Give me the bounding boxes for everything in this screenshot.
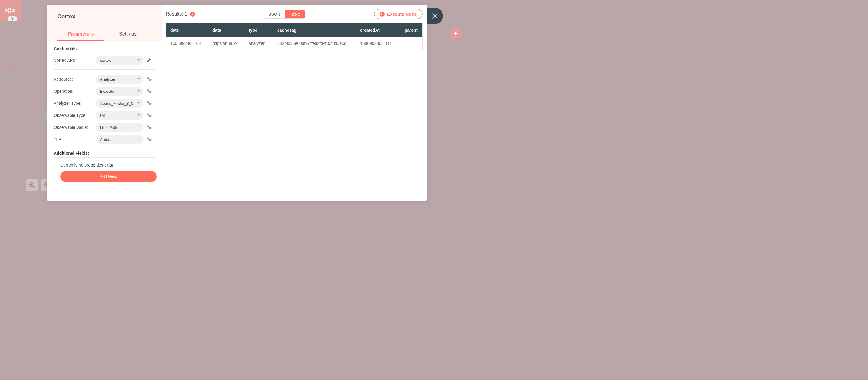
additional-fields-heading: Additional Fields: bbox=[54, 151, 155, 158]
sidebar-item-credentials[interactable] bbox=[0, 39, 21, 57]
cell-createdat: 1606992868108 bbox=[356, 37, 398, 50]
col-date: date bbox=[166, 24, 208, 37]
table-row: 1606992868108 https://n8n.io analyzer 58… bbox=[166, 37, 422, 50]
cell-type: analyzer bbox=[244, 37, 273, 50]
observable-type-select[interactable]: Url bbox=[96, 111, 144, 120]
svg-point-12 bbox=[147, 77, 150, 79]
resource-gear-icon[interactable] bbox=[147, 77, 152, 81]
svg-point-22 bbox=[147, 138, 150, 140]
observable-value-gear-icon[interactable] bbox=[147, 125, 152, 130]
close-button[interactable] bbox=[427, 8, 443, 24]
operation-select[interactable]: Execute bbox=[96, 87, 144, 96]
svg-point-14 bbox=[147, 90, 150, 92]
add-field-button[interactable]: Add Field bbox=[60, 171, 157, 182]
edit-credential-button[interactable] bbox=[147, 58, 151, 63]
cell-parent bbox=[398, 37, 422, 50]
analyzer-type-label: Analyzer Type: bbox=[54, 101, 96, 106]
tlp-gear-icon[interactable] bbox=[147, 137, 152, 141]
col-parent: _parent bbox=[398, 24, 422, 37]
sidebar-item-executions[interactable] bbox=[0, 57, 21, 75]
observable-value-label: Observable Value: bbox=[54, 125, 96, 130]
svg-point-16 bbox=[147, 101, 150, 104]
node-editor-modal: Cortex Parameters Settings Credentials C… bbox=[47, 5, 427, 201]
cortex-api-select[interactable]: cortex bbox=[96, 56, 144, 65]
svg-point-18 bbox=[147, 113, 150, 116]
svg-rect-6 bbox=[11, 31, 13, 33]
execute-node-label: Execute Node bbox=[387, 11, 417, 16]
svg-point-19 bbox=[150, 115, 152, 117]
sidebar-expand-button[interactable] bbox=[8, 16, 17, 22]
play-icon bbox=[380, 12, 384, 16]
observable-type-gear-icon[interactable] bbox=[147, 113, 152, 117]
svg-point-13 bbox=[150, 79, 152, 81]
info-icon[interactable]: i bbox=[190, 12, 195, 16]
additional-fields-empty: Currently no properties exist bbox=[54, 158, 155, 171]
logo-box bbox=[0, 0, 21, 21]
cell-cachetag: 582bfb35e603b57fed2fd4f00f8d5e0c bbox=[273, 37, 356, 50]
credentials-heading: Credentials bbox=[54, 46, 155, 51]
svg-point-15 bbox=[150, 91, 152, 93]
node-title: Cortex bbox=[57, 13, 151, 20]
results-count: Results: 1 bbox=[166, 11, 187, 17]
resource-select[interactable]: Analyzer bbox=[96, 75, 144, 84]
svg-rect-4 bbox=[10, 27, 11, 29]
svg-point-17 bbox=[150, 103, 152, 105]
analyzer-type-gear-icon[interactable] bbox=[147, 101, 152, 105]
add-node-button[interactable]: + bbox=[450, 28, 462, 40]
svg-point-3 bbox=[13, 10, 16, 12]
tlp-select[interactable]: Amber bbox=[96, 135, 144, 144]
resource-label: Resource: bbox=[54, 77, 96, 81]
svg-point-0 bbox=[5, 10, 7, 12]
sidebar-item-help[interactable] bbox=[0, 75, 21, 93]
view-table-button[interactable]: Table bbox=[285, 10, 305, 19]
zoom-in-button[interactable] bbox=[26, 179, 38, 191]
svg-point-20 bbox=[147, 126, 150, 128]
svg-point-8 bbox=[8, 66, 9, 67]
col-cachetag: cacheTag bbox=[273, 24, 356, 37]
table-header: date data type cacheTag createdAt _paren… bbox=[166, 24, 422, 37]
col-data: data bbox=[208, 24, 244, 37]
tab-parameters[interactable]: Parameters bbox=[57, 28, 104, 41]
svg-point-1 bbox=[8, 8, 10, 10]
observable-type-label: Observable Type: bbox=[54, 113, 96, 118]
svg-rect-5 bbox=[8, 31, 10, 33]
col-createdat: createdAt bbox=[356, 24, 398, 37]
svg-point-23 bbox=[150, 139, 152, 141]
col-type: type bbox=[244, 24, 273, 37]
cortex-api-label: Cortex API: bbox=[54, 58, 96, 63]
execute-node-button[interactable]: Execute Node bbox=[374, 9, 423, 19]
sidebar-item-workflows[interactable] bbox=[0, 21, 21, 39]
tab-settings[interactable]: Settings bbox=[104, 28, 151, 41]
svg-point-9 bbox=[8, 68, 9, 69]
results-table: date data type cacheTag createdAt _paren… bbox=[166, 23, 423, 50]
observable-value-input[interactable]: https://n8n.io bbox=[96, 123, 144, 132]
view-toggle: JSON Table bbox=[264, 10, 305, 19]
tlp-label: TLP: bbox=[54, 137, 96, 142]
cell-data: https://n8n.io bbox=[208, 37, 244, 50]
svg-point-2 bbox=[8, 11, 10, 13]
svg-point-7 bbox=[8, 64, 9, 65]
operation-gear-icon[interactable] bbox=[147, 89, 152, 93]
cell-date: 1606992868108 bbox=[166, 37, 208, 50]
svg-point-21 bbox=[150, 127, 152, 129]
operation-label: Operation: bbox=[54, 89, 96, 94]
analyzer-type-select[interactable]: Abuse_Finder_3_0 bbox=[96, 99, 144, 108]
logo-icon bbox=[4, 7, 17, 14]
view-json-button[interactable]: JSON bbox=[264, 10, 285, 19]
